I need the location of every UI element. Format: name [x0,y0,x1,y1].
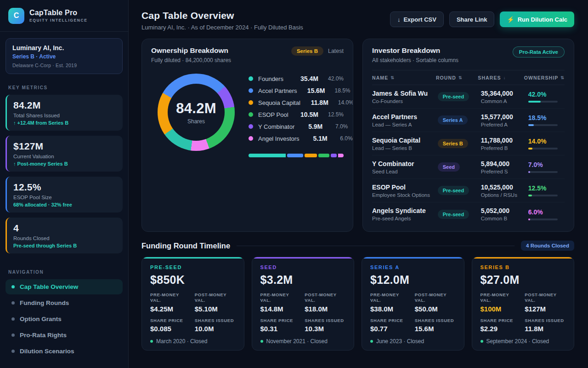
shares-count: 5,052,000 [481,207,528,214]
donut-total-label: Shares [187,118,205,125]
ownership-bar [528,171,558,173]
table-row[interactable]: James & Sofia WuCo-Founders Pre-seed 35,… [372,85,565,109]
legend-dot-icon [249,76,253,81]
round-card-series-b: SERIES B $27.0M PRE-MONEY VAL.$100M POST… [472,257,575,351]
legend-pct: 7.0% [328,123,348,130]
accent-bar [362,257,464,259]
investor-subtitle: All stakeholders · Sortable columns [372,57,458,63]
sidebar-item-dilution-scenarios[interactable]: Dilution Scenarios [6,344,123,359]
stat-label: POST-MONEY VAL. [195,292,236,304]
nav-label: Pro-Rata Rights [20,332,67,339]
company-card: Luminary AI, Inc. Series B · Active Dela… [6,38,123,74]
ownership-stacked-bar [249,154,344,157]
series-b-badge: Series B [291,46,323,56]
nav-dot-icon [11,301,15,305]
download-icon: ↓ [397,16,401,23]
stat-label: SHARE PRICE [481,318,521,323]
export-csv-button[interactable]: ↓ Export CSV [390,12,444,27]
share-class: Common A [481,98,528,104]
metric-card-esop: 12.5% ESOP Pool Size 68% allocated · 32%… [6,177,123,213]
stat-value: 15.6M [415,325,456,333]
nav-label: Option Grants [20,316,62,322]
table-row[interactable]: ESOP PoolEmployee Stock Options Pre-seed… [372,179,565,202]
logo-icon: C [8,8,24,24]
round-card-series-a: SERIES A $12.0M PRE-MONEY VAL.$38.0M POS… [362,257,464,351]
round-stage: SERIES A [370,264,456,270]
legend-item: Sequoia Capital 11.8M 14.0% [249,97,344,109]
sort-icon: ⇅ [458,75,463,80]
export-csv-label: Export CSV [403,16,436,23]
stat-value: $0.085 [150,325,191,333]
legend-name: ESOP Pool [258,111,290,118]
sidebar-item-cap-table-overview[interactable]: Cap Table Overview [6,279,123,294]
stat-value: $50.0M [415,305,456,313]
share-link-button[interactable]: Share Link [449,12,494,27]
closed-status-icon [481,340,483,343]
column-header-ownership[interactable]: OWNERSHIP ⇅ [524,75,565,80]
legend-dot-icon [249,100,253,105]
metric-subtext: 68% allocated · 32% free [13,202,116,207]
round-badge: Seed [438,162,460,172]
pro-rata-active-badge: Pro-Rata Active [513,46,565,58]
divider [237,246,514,246]
ownership-pct: 7.0% [528,161,565,168]
stat-label: PRE-MONEY VAL. [150,292,191,304]
metric-card-rounds: 4 Rounds Closed Pre-seed through Series … [6,218,123,253]
stat-label: POST-MONEY VAL. [305,292,345,304]
stat-value: 10.3M [305,325,345,333]
legend-name: Y Combinator [258,123,294,130]
table-row[interactable]: Angels SyndicatePre-seed Angels Pre-seed… [372,202,565,226]
sidebar-item-option-grants[interactable]: Option Grants [6,311,123,327]
bar-segment [305,154,317,157]
ownership-bar [528,101,558,103]
round-amount: $12.0M [370,273,456,287]
stat-label: POST-MONEY VAL. [525,292,565,304]
sidebar-item-funding-rounds[interactable]: Funding Rounds [6,295,123,310]
round-amount: $850K [150,273,236,287]
run-dilution-calc-button[interactable]: ⚡ Run Dilution Calc [500,12,574,27]
round-amount: $3.2M [260,273,346,287]
legend-item: Angel Investors 5.1M 6.0% [249,132,344,144]
sidebar-item-pro-rata-rights[interactable]: Pro-Rata Rights [6,328,123,343]
round-date-status: November 2021 · Closed [266,338,328,345]
legend-item: ESOP Pool 10.5M 12.5% [249,109,344,121]
stat-value: 10.0M [195,325,236,333]
investor-name: James & Sofia Wu [372,90,438,97]
company-stage: Series B · Active [12,53,116,60]
bar-segment [338,154,344,157]
investor-role: Co-Founders [372,98,438,104]
column-header-round[interactable]: ROUND ⇅ [436,75,478,80]
ownership-subtitle: Fully diluted · 84,200,000 shares [151,57,231,63]
column-header-name[interactable]: NAME ⇅ [372,75,436,80]
nav-label: Funding Rounds [20,299,69,306]
investor-name: Accel Partners [372,113,438,121]
table-row[interactable]: Accel PartnersLead — Series A Series A 1… [372,109,565,132]
round-badge: Pre-seed [438,210,469,219]
shares-count: 11,788,000 [481,137,528,144]
column-header-shares[interactable]: SHARES ↓ [478,75,524,80]
round-stage: PRE-SEED [150,264,236,270]
page-subtitle: Luminary AI, Inc. · As of December 2024 … [141,24,303,31]
investor-role: Seed Lead [372,169,438,174]
legend-name: Angel Investors [258,135,300,142]
ownership-donut: 84.2M Shares [158,74,235,151]
share-link-label: Share Link [457,16,487,23]
legend-pct: 14.0% [334,99,353,106]
metric-label: Total Shares Issued [13,113,116,118]
app-logo: C CapTable Pro EQUITY INTELLIGENCE [0,0,128,32]
stat-value: $0.77 [370,325,411,333]
legend-pct: 42.0% [323,75,344,82]
shares-count: 10,525,000 [481,184,528,191]
share-class: Preferred S [481,169,528,174]
metric-label: ESOP Pool Size [13,195,116,200]
table-row[interactable]: Sequoia CapitalLead — Series B Series B … [372,132,565,155]
table-row[interactable]: Y CombinatorSeed Lead Seed 5,894,000Pref… [372,155,565,179]
sidebar: C CapTable Pro EQUITY INTELLIGENCE Lumin… [0,0,129,368]
accent-bar [472,257,574,259]
app-name: CapTable Pro [29,9,88,17]
stat-value: $0.31 [260,325,301,333]
stat-label: PRE-MONEY VAL. [260,292,301,304]
stat-label: POST-MONEY VAL. [415,292,456,304]
sort-desc-icon: ↓ [503,75,506,80]
legend-item: Y Combinator 5.9M 7.0% [249,121,344,132]
